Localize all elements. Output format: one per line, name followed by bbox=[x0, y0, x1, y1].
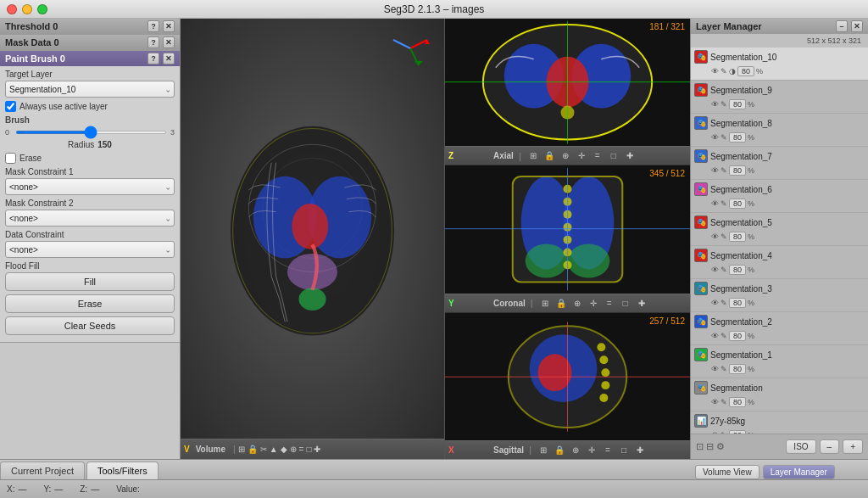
sagittal-panel[interactable]: 257 / 512 bbox=[445, 313, 690, 459]
mask-data-help-btn[interactable]: ? bbox=[147, 36, 159, 48]
list-item[interactable]: 🎭 Segmentation_3 👁 ✎ 80 % bbox=[691, 279, 868, 312]
lm-minimize-btn[interactable]: – bbox=[836, 20, 848, 32]
vol-clip-btn[interactable]: ✂ bbox=[260, 445, 267, 454]
threshold-help-btn[interactable]: ? bbox=[147, 20, 159, 32]
layer-delete-icon[interactable]: ⊟ bbox=[706, 441, 714, 452]
close-button[interactable] bbox=[7, 4, 17, 14]
layer-vis-icon[interactable]: 👁 bbox=[711, 365, 719, 373]
center-viewport[interactable]: V Volume | ⊞ 🔒 ✂ ▲ ◆ ⊕ = □ ✚ bbox=[181, 19, 444, 459]
target-layer-select[interactable]: Segmentation_10 bbox=[5, 81, 175, 98]
list-item[interactable]: 🎭 Segmentation_5 👁 ✎ 80 % bbox=[691, 213, 868, 246]
lm-close-btn[interactable]: ✕ bbox=[851, 20, 863, 32]
list-item[interactable]: 🎭 Segmentation_2 👁 ✎ 80 % bbox=[691, 312, 868, 345]
list-item[interactable]: 🎭 Segmentation_4 👁 ✎ 80 % bbox=[691, 246, 868, 279]
sagittal-grid-btn[interactable]: ⊞ bbox=[537, 443, 550, 456]
coronal-fit-btn[interactable]: = bbox=[603, 296, 616, 310]
layer-edit-icon[interactable]: ✎ bbox=[721, 232, 727, 241]
coronal-pan-btn[interactable]: ✛ bbox=[587, 296, 600, 310]
layer-edit-icon[interactable]: ✎ bbox=[721, 365, 727, 373]
vol-fog-btn[interactable]: ◆ bbox=[281, 445, 287, 454]
vol-full-btn[interactable]: □ bbox=[306, 445, 311, 454]
tab-tools-filters[interactable]: Tools/Filters bbox=[86, 462, 159, 479]
axial-pan-btn[interactable]: ✛ bbox=[575, 149, 588, 163]
layer-edit-icon[interactable]: ✎ bbox=[721, 100, 727, 109]
vol-lock-btn[interactable]: 🔒 bbox=[248, 445, 258, 454]
minimize-button[interactable] bbox=[22, 4, 32, 14]
list-item[interactable]: 🎭 Segmentation_6 👁 ✎ 80 % bbox=[691, 180, 868, 213]
axial-full-btn[interactable]: □ bbox=[607, 149, 620, 163]
iso-minus-button[interactable]: – bbox=[820, 439, 840, 454]
layer-vis-icon[interactable]: 👁 bbox=[711, 398, 719, 406]
layer-edit-icon[interactable]: ✎ bbox=[721, 199, 727, 208]
coronal-lock-btn[interactable]: 🔒 bbox=[554, 296, 568, 310]
sagittal-fit-btn[interactable]: = bbox=[601, 443, 615, 456]
axial-fit-btn[interactable]: = bbox=[591, 149, 604, 163]
sagittal-add-btn[interactable]: ✚ bbox=[633, 443, 647, 456]
iso-button[interactable]: ISO bbox=[786, 439, 815, 454]
list-item[interactable]: 🎭 Segmentation_7 👁 ✎ 80 % bbox=[691, 147, 868, 180]
layer-vis-icon[interactable]: 👁 bbox=[711, 299, 719, 307]
threshold-close-btn[interactable]: ✕ bbox=[163, 20, 175, 32]
list-item[interactable]: 🎭 Segmentation_9 👁 ✎ 80 % bbox=[691, 81, 868, 114]
coronal-zoom-btn[interactable]: ⊕ bbox=[570, 296, 584, 310]
erase-checkbox[interactable] bbox=[5, 153, 16, 164]
coronal-panel[interactable]: 345 / 512 bbox=[445, 165, 690, 312]
layer-edit-icon[interactable]: ✎ bbox=[721, 166, 727, 175]
layer-edit-icon[interactable]: ✎ bbox=[721, 67, 727, 76]
always-active-checkbox[interactable] bbox=[5, 101, 16, 112]
mask-constraint2-select[interactable]: <none> bbox=[5, 210, 175, 227]
vol-snap-btn[interactable]: = bbox=[299, 445, 304, 454]
3d-render-area[interactable] bbox=[181, 19, 444, 439]
iso-plus-button[interactable]: + bbox=[843, 439, 863, 454]
vol-orient-btn[interactable]: ⊕ bbox=[290, 445, 297, 454]
axial-panel[interactable]: 181 / 321 bbox=[445, 19, 690, 165]
layer-new-icon[interactable]: ⊡ bbox=[696, 441, 704, 452]
layer-edit-icon[interactable]: ✎ bbox=[721, 332, 727, 340]
erase-button[interactable]: Erase bbox=[5, 294, 175, 313]
clear-seeds-button[interactable]: Clear Seeds bbox=[5, 316, 175, 335]
data-constraint-select[interactable]: <none> bbox=[5, 241, 175, 258]
axial-add-btn[interactable]: ✚ bbox=[623, 149, 637, 163]
paint-brush-help-btn[interactable]: ? bbox=[147, 53, 159, 64]
brush-size-slider[interactable] bbox=[15, 131, 167, 134]
coronal-full-btn[interactable]: □ bbox=[619, 296, 632, 310]
volume-view-button[interactable]: Volume View bbox=[695, 465, 760, 479]
list-item[interactable]: 🎭 Segmentation_1 👁 ✎ 80 % bbox=[691, 345, 868, 378]
layer-settings-icon[interactable]: ⚙ bbox=[716, 441, 725, 452]
layer-vis-icon[interactable]: 👁 bbox=[711, 199, 719, 208]
vol-add-btn[interactable]: ✚ bbox=[314, 445, 320, 454]
layer-edit-icon[interactable]: ✎ bbox=[721, 133, 727, 142]
list-item[interactable]: 📊 27y-85kg 👁 ✎ 80 % bbox=[691, 411, 868, 434]
sagittal-zoom-btn[interactable]: ⊕ bbox=[569, 443, 582, 456]
mask-constraint1-select[interactable]: <none> bbox=[5, 178, 175, 195]
layer-opacity-icon[interactable]: ◑ bbox=[729, 67, 736, 76]
layer-vis-icon[interactable]: 👁 bbox=[711, 232, 719, 241]
axial-lock-btn[interactable]: 🔒 bbox=[542, 149, 556, 163]
layer-edit-icon[interactable]: ✎ bbox=[721, 266, 727, 274]
list-item[interactable]: 🎭 Segmentation 👁 ✎ 80 % bbox=[691, 378, 868, 411]
sagittal-image[interactable]: 257 / 512 bbox=[445, 313, 690, 440]
fill-button[interactable]: Fill bbox=[5, 272, 175, 291]
3d-viewport[interactable]: V Volume | ⊞ 🔒 ✂ ▲ ◆ ⊕ = □ ✚ bbox=[181, 19, 444, 459]
vol-grid-btn[interactable]: ⊞ bbox=[238, 445, 245, 454]
layer-vis-icon[interactable]: 👁 bbox=[711, 332, 719, 340]
maximize-button[interactable] bbox=[37, 4, 47, 14]
layer-vis-icon[interactable]: 👁 bbox=[711, 166, 719, 175]
layer-vis-icon[interactable]: 👁 bbox=[711, 133, 719, 142]
coronal-add-btn[interactable]: ✚ bbox=[635, 296, 648, 310]
axial-grid-btn[interactable]: ⊞ bbox=[526, 149, 540, 163]
mask-data-close-btn[interactable]: ✕ bbox=[163, 36, 175, 48]
list-item[interactable]: 🎭 Segmentation_8 👁 ✎ 80 % bbox=[691, 114, 868, 147]
paint-brush-close-btn[interactable]: ✕ bbox=[163, 53, 175, 64]
sagittal-pan-btn[interactable]: ✛ bbox=[585, 443, 598, 456]
vol-vis-btn[interactable]: ▲ bbox=[270, 445, 278, 454]
list-item[interactable]: 🎭 Segmentation_10 👁 ✎ ◑ 80 % bbox=[691, 48, 868, 81]
tab-current-project[interactable]: Current Project bbox=[0, 462, 85, 479]
coronal-image[interactable]: 345 / 512 bbox=[445, 165, 690, 293]
axial-zoom-btn[interactable]: ⊕ bbox=[559, 149, 572, 163]
axial-image[interactable]: 181 / 321 bbox=[445, 19, 690, 146]
sagittal-lock-btn[interactable]: 🔒 bbox=[553, 443, 566, 456]
layer-manager-button[interactable]: Layer Manager bbox=[763, 465, 835, 479]
layer-vis-icon[interactable]: 👁 bbox=[711, 100, 719, 109]
layer-edit-icon[interactable]: ✎ bbox=[721, 299, 727, 307]
